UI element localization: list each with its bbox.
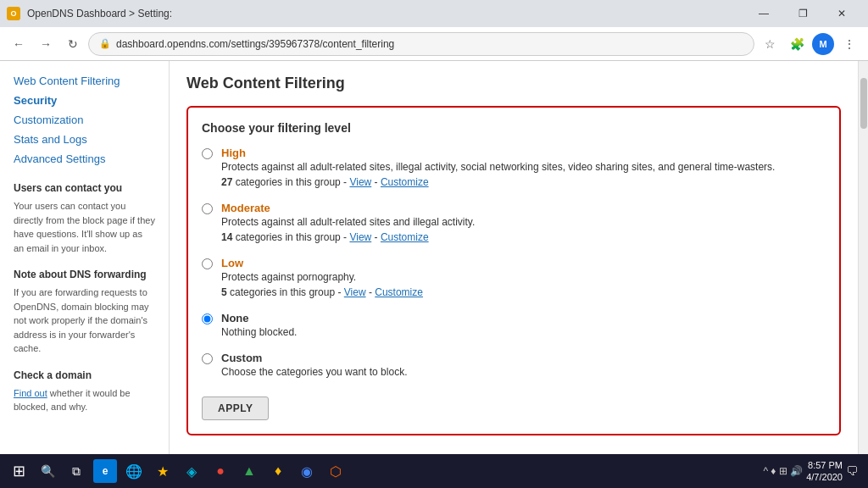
sidebar-item-web-content-filtering[interactable]: Web Content Filtering	[0, 71, 169, 91]
nav-actions: ☆ 🧩 M ⋮	[758, 32, 861, 56]
reload-button[interactable]: ↻	[61, 32, 85, 56]
filter-desc-custom: Choose the categories you want to block.	[221, 364, 407, 380]
sidebar-dns-section: Note about DNS forwarding If you are for…	[0, 269, 169, 356]
filter-option-moderate: Moderate Protects against all adult-rela…	[202, 202, 826, 245]
moderate-count: 14	[221, 231, 232, 243]
filter-desc-none: Nothing blocked.	[221, 324, 297, 340]
filter-option-none: None Nothing blocked.	[202, 312, 826, 340]
ie-icon[interactable]: 🌐	[122, 459, 146, 483]
filter-radio-none[interactable]	[202, 313, 213, 324]
sidebar-contact-section: Users can contact you Your users can con…	[0, 182, 169, 255]
filter-label-moderate[interactable]: Moderate	[221, 202, 270, 214]
filter-radio-custom[interactable]	[202, 353, 213, 364]
system-tray: ^ ♦ ⊞ 🔊	[763, 465, 803, 477]
check-body: Find out whether it would be blocked, an…	[14, 386, 155, 414]
window-caption: O OpenDNS Dashboard > Setting: — ❐ ✕	[0, 0, 868, 27]
taskbar-left: ⊞ 🔍 ⧉ e 🌐 ★ ◈ ● ▲ ♦ ◉ ⬡	[7, 459, 348, 483]
moderate-view-link[interactable]: View	[349, 231, 371, 243]
filter-option-content-high: High Protects against all adult-related …	[221, 147, 775, 190]
check-title: Check a domain	[14, 369, 155, 381]
sidebar-item-security[interactable]: Security	[0, 91, 169, 110]
dns-body: If you are forwarding requests to OpenDN…	[14, 286, 155, 356]
scrollbar[interactable]	[858, 61, 868, 454]
filter-label-custom[interactable]: Custom	[221, 352, 262, 364]
filter-label-low[interactable]: Low	[221, 257, 243, 269]
filter-heading: Choose your filtering level	[202, 121, 826, 135]
filter-label-none[interactable]: None	[221, 312, 249, 324]
extensions-button[interactable]: 🧩	[785, 32, 809, 56]
app3-icon[interactable]: ★	[151, 459, 175, 483]
back-button[interactable]: ←	[7, 32, 31, 56]
filter-radio-high[interactable]	[202, 148, 213, 159]
url-text: dashboard.opendns.com/settings/395967378…	[116, 38, 394, 50]
high-customize-link[interactable]: Customize	[381, 176, 429, 188]
app9-icon[interactable]: ⬡	[324, 459, 348, 483]
lock-icon: 🔒	[99, 38, 111, 49]
edge-icon[interactable]: e	[93, 459, 117, 483]
browser-window: O OpenDNS Dashboard > Setting: — ❐ ✕ ← →…	[0, 0, 868, 488]
sidebar-check-section: Check a domain Find out whether it would…	[0, 369, 169, 414]
filter-desc-high: Protects against all adult-related sites…	[221, 159, 775, 190]
filter-label-high[interactable]: High	[221, 147, 246, 159]
app6-icon[interactable]: ▲	[237, 459, 261, 483]
moderate-customize-link[interactable]: Customize	[381, 231, 429, 243]
caption-controls: — ❐ ✕	[744, 0, 861, 27]
main-content: Web Content Filtering Choose your filter…	[170, 61, 858, 454]
app8-icon[interactable]: ◉	[295, 459, 319, 483]
minimize-button[interactable]: —	[744, 0, 783, 27]
bookmark-button[interactable]: ☆	[758, 32, 782, 56]
filter-desc-moderate: Protects against all adult-related sites…	[221, 214, 475, 245]
notification-icon[interactable]: 🗨	[846, 464, 858, 478]
sidebar-item-advanced-settings[interactable]: Advanced Settings	[0, 149, 169, 169]
sidebar-item-stats-logs[interactable]: Stats and Logs	[0, 130, 169, 149]
taskbar-right: ^ ♦ ⊞ 🔊 8:57 PM 4/7/2020 🗨	[763, 459, 861, 484]
filter-option-content-none: None Nothing blocked.	[221, 312, 297, 340]
high-count: 27	[221, 176, 232, 188]
filter-option-high: High Protects against all adult-related …	[202, 147, 826, 190]
account-button[interactable]: M	[812, 33, 834, 55]
filter-box: Choose your filtering level High Protect…	[186, 106, 841, 435]
filter-desc-low: Protects against pornography. 5 categori…	[221, 269, 423, 300]
app4-icon[interactable]: ◈	[180, 459, 203, 483]
contact-body: Your users can contact you directly from…	[14, 199, 155, 255]
app5-icon[interactable]: ●	[209, 459, 232, 483]
apply-button[interactable]: APPLY	[202, 396, 269, 420]
search-button[interactable]: 🔍	[36, 459, 59, 483]
low-view-link[interactable]: View	[344, 286, 366, 298]
low-count: 5	[221, 286, 227, 298]
filter-option-content-low: Low Protects against pornography. 5 cate…	[221, 257, 423, 300]
find-out-link[interactable]: Find out	[14, 388, 47, 398]
taskbar: ⊞ 🔍 ⧉ e 🌐 ★ ◈ ● ▲ ♦ ◉ ⬡ ^ ♦ ⊞ 🔊 8:57 PM …	[0, 454, 868, 488]
contact-title: Users can contact you	[14, 182, 155, 194]
filter-option-content-custom: Custom Choose the categories you want to…	[221, 352, 407, 380]
dns-title: Note about DNS forwarding	[14, 269, 155, 280]
browser-content: Web Content Filtering Security Customiza…	[0, 61, 868, 454]
task-view-button[interactable]: ⧉	[64, 459, 88, 483]
maximize-button[interactable]: ❐	[783, 0, 822, 27]
low-customize-link[interactable]: Customize	[375, 286, 423, 298]
tab-favicon: O	[7, 7, 20, 20]
date: 4/7/2020	[806, 471, 843, 483]
address-bar[interactable]: 🔒 dashboard.opendns.com/settings/3959673…	[88, 32, 754, 56]
page-title: Web Content Filtering	[186, 75, 841, 92]
high-view-link[interactable]: View	[349, 176, 371, 188]
sidebar: Web Content Filtering Security Customiza…	[0, 61, 170, 454]
navigation-bar: ← → ↻ 🔒 dashboard.opendns.com/settings/3…	[0, 27, 868, 61]
menu-button[interactable]: ⋮	[837, 32, 861, 56]
app7-icon[interactable]: ♦	[266, 459, 290, 483]
close-button[interactable]: ✕	[822, 0, 861, 27]
window-title: OpenDNS Dashboard > Setting:	[27, 8, 737, 19]
scroll-thumb[interactable]	[860, 78, 867, 129]
clock[interactable]: 8:57 PM 4/7/2020	[806, 459, 843, 484]
filter-radio-low[interactable]	[202, 258, 213, 269]
filter-option-low: Low Protects against pornography. 5 cate…	[202, 257, 826, 300]
forward-button[interactable]: →	[34, 32, 58, 56]
filter-radio-moderate[interactable]	[202, 203, 213, 214]
time: 8:57 PM	[806, 459, 843, 471]
filter-option-custom: Custom Choose the categories you want to…	[202, 352, 826, 380]
start-button[interactable]: ⊞	[7, 459, 31, 483]
sidebar-item-customization[interactable]: Customization	[0, 110, 169, 130]
filter-option-content-moderate: Moderate Protects against all adult-rela…	[221, 202, 475, 245]
